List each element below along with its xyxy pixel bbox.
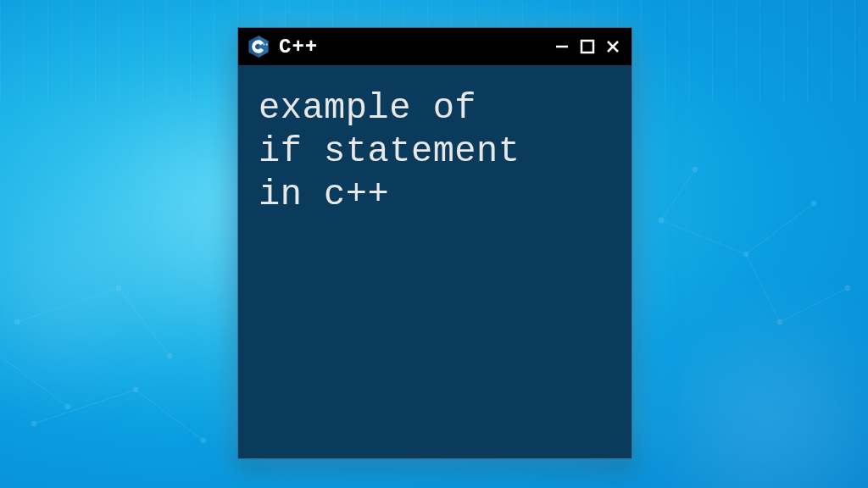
terminal-window: + + C++ example of i	[237, 27, 632, 459]
svg-point-21	[845, 286, 850, 291]
maximize-icon	[579, 38, 596, 55]
minimize-button[interactable]	[552, 36, 572, 57]
svg-line-13	[746, 203, 814, 254]
svg-line-4	[0, 356, 68, 407]
svg-point-6	[116, 286, 121, 291]
svg-line-16	[661, 169, 695, 220]
svg-line-1	[119, 288, 170, 356]
window-controls	[552, 36, 623, 57]
svg-point-22	[693, 167, 698, 172]
terminal-body: example of if statement in c++	[238, 65, 632, 458]
svg-point-8	[31, 421, 36, 426]
svg-point-5	[14, 319, 19, 324]
svg-text:+: +	[263, 42, 265, 47]
svg-line-3	[136, 390, 203, 441]
svg-point-7	[167, 353, 172, 358]
svg-point-17	[659, 218, 664, 223]
close-icon	[604, 38, 621, 55]
svg-point-18	[743, 252, 748, 257]
svg-text:+: +	[265, 42, 268, 47]
svg-line-12	[661, 220, 746, 254]
window-titlebar[interactable]: + + C++	[238, 28, 632, 65]
svg-point-11	[65, 404, 70, 409]
svg-point-20	[777, 319, 782, 324]
svg-point-9	[133, 387, 138, 392]
window-title: C++	[279, 36, 318, 58]
svg-line-2	[34, 390, 136, 424]
cpp-logo-icon: + +	[247, 35, 270, 58]
svg-point-19	[811, 201, 816, 206]
maximize-button[interactable]	[577, 36, 598, 57]
close-button[interactable]	[603, 36, 623, 57]
terminal-text: example of if statement in c++	[259, 87, 611, 218]
svg-line-15	[780, 288, 848, 322]
svg-line-14	[746, 254, 780, 322]
svg-point-10	[201, 438, 206, 443]
svg-rect-28	[581, 41, 593, 53]
svg-line-0	[17, 288, 119, 322]
minimize-icon	[554, 38, 570, 55]
